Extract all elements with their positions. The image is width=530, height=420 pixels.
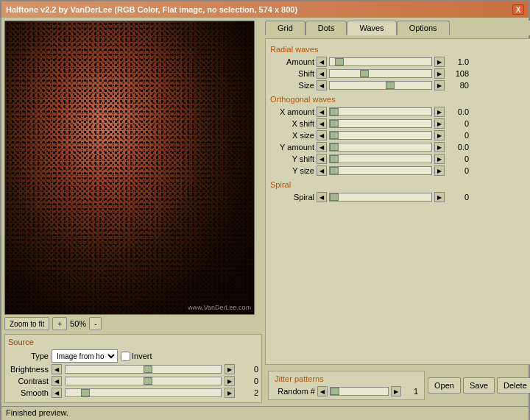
radial-amount-thumb[interactable] (335, 58, 344, 65)
status-bar: Finished preview. (1, 406, 529, 420)
y-size-thumb[interactable] (330, 167, 339, 174)
x-size-left[interactable]: ◀ (317, 130, 327, 140)
random-track[interactable] (330, 387, 389, 396)
radial-amount-label: Amount (270, 57, 314, 66)
y-size-track[interactable] (329, 166, 432, 175)
brightness-slider-track[interactable] (65, 365, 222, 374)
y-amount-track[interactable] (329, 143, 432, 152)
spiral-left[interactable]: ◀ (317, 192, 327, 202)
spiral-title: Spiral (270, 180, 530, 189)
y-size-row: Y size ◀ ▶ 0 (270, 165, 530, 176)
radial-shift-label: Shift (270, 69, 314, 78)
spiral-thumb[interactable] (330, 193, 339, 201)
x-shift-left[interactable]: ◀ (317, 118, 327, 129)
brightness-slider-thumb[interactable] (144, 366, 152, 373)
contrast-right-arrow[interactable]: ▶ (225, 376, 235, 386)
main-content: www.VanDerLee.com Zoom to fit + 50% - So… (1, 18, 529, 406)
contrast-slider-thumb[interactable] (144, 377, 152, 385)
radial-size-label: Size (270, 81, 314, 90)
smooth-slider-thumb[interactable] (81, 389, 90, 396)
brightness-right-arrow[interactable]: ▶ (225, 364, 235, 374)
close-button[interactable]: X (512, 4, 524, 15)
type-label: Type (8, 352, 49, 360)
spiral-row: Spiral ◀ ▶ 0 (270, 192, 530, 202)
status-text: Finished preview. (6, 408, 68, 417)
y-amount-thumb[interactable] (330, 143, 339, 151)
x-shift-right[interactable]: ▶ (434, 118, 445, 129)
y-shift-track[interactable] (329, 154, 432, 163)
smooth-row: Smooth ◀ ▶ 2 (8, 388, 258, 398)
invert-checkbox[interactable] (121, 352, 130, 361)
tab-grid[interactable]: Grid (265, 21, 305, 35)
x-size-track[interactable] (329, 131, 432, 140)
tab-options[interactable]: Options (397, 21, 450, 35)
radial-amount-left[interactable]: ◀ (317, 57, 327, 67)
zoom-in-button[interactable]: + (52, 317, 67, 330)
smooth-right-arrow[interactable]: ▶ (225, 388, 235, 398)
image-preview: www.VanDerLee.com (5, 21, 254, 314)
jitter-row: Random # ◀ ▶ 1 (275, 386, 418, 396)
radial-amount-value: 1.0 (447, 57, 469, 66)
smooth-value: 2 (238, 388, 258, 397)
right-panel: Grid Dots Waves Options Radial waves Amo… (265, 21, 530, 403)
y-amount-value: 0.0 (447, 143, 469, 152)
action-buttons: Open Save Delete Reset ? Cancel OK (428, 377, 530, 394)
y-shift-right[interactable]: ▶ (434, 154, 445, 164)
radial-amount-track[interactable] (329, 57, 432, 66)
x-amount-right[interactable]: ▶ (434, 107, 445, 117)
contrast-left-arrow[interactable]: ◀ (52, 376, 62, 386)
halftone-overlay (5, 21, 254, 314)
random-right[interactable]: ▶ (391, 386, 401, 396)
random-left[interactable]: ◀ (317, 386, 328, 396)
spiral-value: 0 (447, 193, 469, 202)
radial-size-track[interactable] (329, 81, 432, 90)
radial-amount-right[interactable]: ▶ (434, 57, 445, 67)
x-size-right[interactable]: ▶ (434, 130, 445, 140)
source-type-select[interactable]: Image from host (52, 349, 118, 363)
main-window: Halftone v2.2 by VanDerLee (RGB Color, F… (0, 0, 530, 420)
zoom-level-display: 50% (70, 319, 86, 328)
radial-size-right[interactable]: ▶ (434, 80, 445, 90)
contrast-slider-track[interactable] (65, 377, 222, 385)
zoom-to-fit-button[interactable]: Zoom to fit (4, 317, 49, 330)
spiral-right[interactable]: ▶ (434, 192, 445, 202)
x-amount-thumb[interactable] (330, 108, 339, 115)
zoom-out-button[interactable]: - (89, 317, 102, 330)
jitter-section: Jitter patterns Random # ◀ ▶ 1 (268, 371, 425, 400)
spiral-track[interactable] (329, 193, 432, 202)
image-preview-area: www.VanDerLee.com (4, 21, 255, 315)
y-size-right[interactable]: ▶ (434, 165, 445, 176)
x-amount-row: X amount ◀ ▶ 0.0 (270, 107, 530, 117)
y-shift-left[interactable]: ◀ (317, 154, 327, 164)
invert-label: Invert (132, 352, 152, 360)
random-thumb[interactable] (331, 388, 339, 395)
y-size-left[interactable]: ◀ (317, 165, 327, 176)
watermark-text: www.VanDerLee.com (188, 304, 251, 311)
smooth-left-arrow[interactable]: ◀ (52, 388, 62, 398)
x-shift-track[interactable] (329, 119, 432, 128)
open-button[interactable]: Open (428, 377, 461, 394)
radial-shift-value: 108 (447, 69, 469, 78)
radial-shift-row: Shift ◀ ▶ 108 (270, 68, 530, 79)
x-size-thumb[interactable] (330, 132, 339, 139)
contrast-row: Contrast ◀ ▶ 0 (8, 376, 258, 386)
tab-waves[interactable]: Waves (347, 21, 396, 35)
y-amount-left[interactable]: ◀ (317, 142, 327, 152)
delete-button[interactable]: Delete (497, 377, 530, 394)
y-shift-thumb[interactable] (330, 155, 339, 163)
smooth-slider-track[interactable] (65, 388, 222, 397)
y-amount-right[interactable]: ▶ (434, 142, 445, 152)
x-amount-left[interactable]: ◀ (317, 107, 327, 117)
radial-size-left[interactable]: ◀ (317, 80, 327, 90)
radial-shift-left[interactable]: ◀ (317, 68, 327, 79)
x-amount-track[interactable] (329, 107, 432, 116)
save-button[interactable]: Save (463, 377, 495, 394)
tab-dots[interactable]: Dots (305, 21, 347, 35)
radial-shift-track[interactable] (329, 69, 432, 78)
x-shift-thumb[interactable] (330, 120, 339, 127)
x-size-value: 0 (447, 131, 469, 140)
brightness-left-arrow[interactable]: ◀ (52, 364, 62, 374)
radial-shift-right[interactable]: ▶ (434, 68, 445, 79)
radial-shift-thumb[interactable] (360, 70, 369, 77)
radial-size-thumb[interactable] (386, 82, 395, 89)
